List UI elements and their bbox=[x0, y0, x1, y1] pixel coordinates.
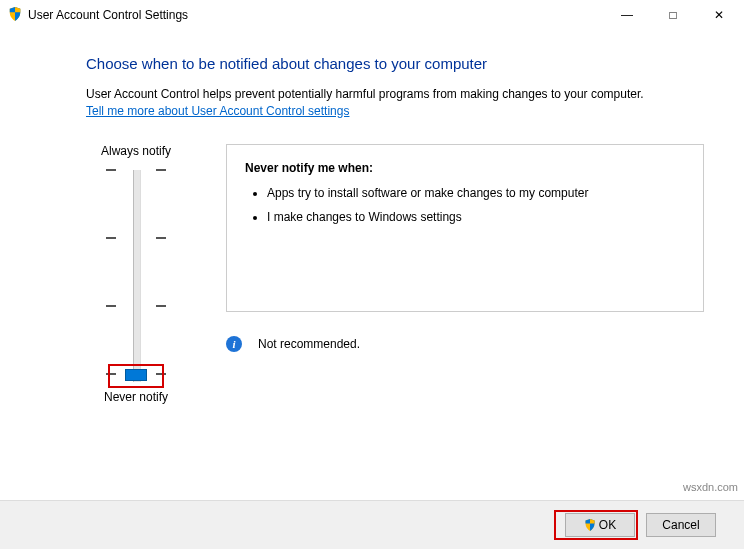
slider-thumb[interactable] bbox=[125, 369, 147, 381]
description-title: Never notify me when: bbox=[245, 161, 685, 175]
maximize-button[interactable]: □ bbox=[650, 0, 696, 30]
uac-slider[interactable] bbox=[106, 166, 166, 386]
content-area: Choose when to be notified about changes… bbox=[0, 31, 744, 461]
shield-icon bbox=[8, 7, 22, 24]
slider-column: Always notify Never notify bbox=[86, 144, 186, 404]
description-column: Never notify me when: Apps try to instal… bbox=[226, 144, 704, 404]
slider-label-never: Never notify bbox=[104, 390, 168, 404]
footer: OK Cancel bbox=[0, 500, 744, 549]
recommendation-row: i Not recommended. bbox=[226, 336, 704, 352]
ok-button-label: OK bbox=[599, 518, 616, 532]
close-button[interactable]: ✕ bbox=[696, 0, 742, 30]
page-subtext: User Account Control helps prevent poten… bbox=[86, 86, 704, 120]
shield-icon bbox=[584, 519, 596, 531]
slider-track bbox=[133, 170, 141, 382]
highlight-box: OK bbox=[554, 510, 638, 540]
subtext-text: User Account Control helps prevent poten… bbox=[86, 87, 644, 101]
list-item: Apps try to install software or make cha… bbox=[267, 185, 685, 202]
ok-button[interactable]: OK bbox=[565, 513, 635, 537]
watermark: wsxdn.com bbox=[683, 481, 738, 493]
window-title: User Account Control Settings bbox=[28, 8, 604, 22]
description-list: Apps try to install software or make cha… bbox=[245, 185, 685, 227]
info-icon: i bbox=[226, 336, 242, 352]
list-item: I make changes to Windows settings bbox=[267, 209, 685, 226]
main-area: Always notify Never notify Never notify … bbox=[86, 144, 704, 404]
titlebar: User Account Control Settings — □ ✕ bbox=[0, 0, 744, 31]
description-box: Never notify me when: Apps try to instal… bbox=[226, 144, 704, 312]
slider-label-always: Always notify bbox=[101, 144, 171, 158]
cancel-button-label: Cancel bbox=[662, 518, 699, 532]
slider-tick bbox=[106, 238, 166, 239]
page-heading: Choose when to be notified about changes… bbox=[86, 55, 704, 72]
slider-tick bbox=[106, 306, 166, 307]
learn-more-link[interactable]: Tell me more about User Account Control … bbox=[86, 104, 349, 118]
cancel-button[interactable]: Cancel bbox=[646, 513, 716, 537]
recommendation-text: Not recommended. bbox=[258, 337, 360, 351]
slider-tick bbox=[106, 170, 166, 171]
window-controls: — □ ✕ bbox=[604, 0, 742, 30]
minimize-button[interactable]: — bbox=[604, 0, 650, 30]
